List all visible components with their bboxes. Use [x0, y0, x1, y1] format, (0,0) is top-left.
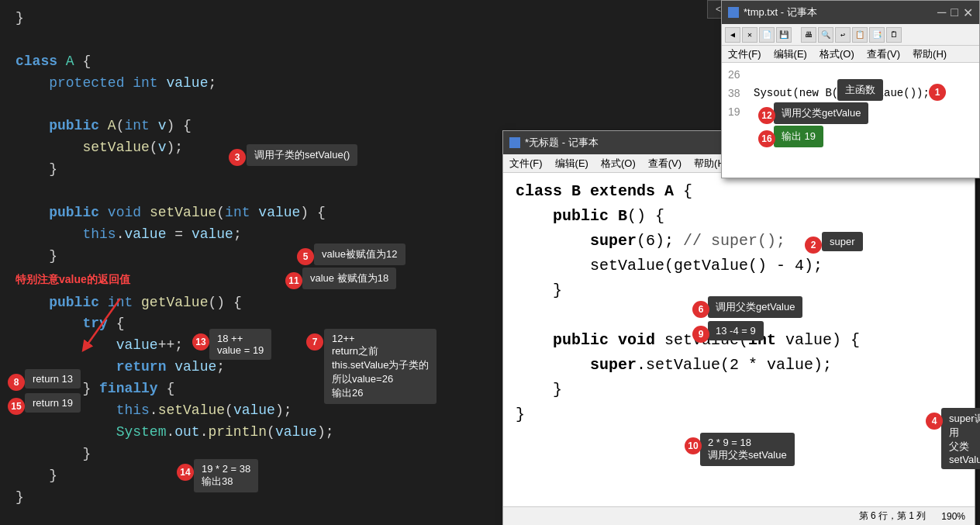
status-line: 第 6 行，第 1 列 [859, 509, 927, 523]
menu-edit-main[interactable]: 编辑(E) [555, 157, 588, 171]
menu-edit[interactable]: 编辑(E) [774, 47, 807, 61]
badge-10: 10 [685, 437, 702, 454]
close-btn[interactable]: ✕ [963, 5, 973, 20]
badge-8: 8 [8, 374, 25, 391]
code-b-line: class B extends A { [516, 179, 962, 204]
tool-btn[interactable]: 📋 [852, 27, 868, 43]
tool-btn[interactable]: ✕ [742, 27, 757, 43]
tooltip-4: super调用 父类 setValue [941, 408, 980, 469]
tooltip-12: 调用父类getValue [774, 102, 868, 124]
notepad-main-icon [509, 137, 520, 148]
tool-btn[interactable]: 🖶 [801, 27, 816, 43]
badge-11: 11 [285, 272, 302, 289]
tooltip-10: 2 * 9 = 18 调用父类setValue [700, 433, 795, 466]
badge-4: 4 [926, 413, 943, 430]
menu-format-main[interactable]: 格式(O) [601, 157, 636, 171]
code-b-line: } [516, 378, 962, 402]
tooltip-1: 主函数 [837, 79, 883, 101]
tool-btn[interactable]: 📑 [869, 27, 885, 43]
code-line [16, 95, 496, 116]
code-line: public void setValue(int value) { [16, 202, 496, 224]
code-b-line: public B() { [516, 204, 962, 229]
red-label-value: 特别注意value的返回值 [16, 273, 130, 285]
code-b-line: setValue(getValue() - 4); [516, 254, 962, 278]
menu-help[interactable]: 帮助(H) [913, 47, 947, 61]
menu-file-main[interactable]: 文件(F) [509, 157, 543, 171]
badge-15: 15 [8, 398, 25, 415]
tooltip-8: return 13 [25, 369, 81, 389]
code-line [16, 181, 496, 202]
menu-view[interactable]: 查看(V) [867, 47, 900, 61]
badge-5: 5 [297, 248, 314, 265]
notepad2-icon [728, 7, 739, 18]
code-line: } [16, 246, 496, 268]
code-line: class A { [16, 51, 496, 73]
main-editor: } class A { protected int value; public … [0, 0, 512, 525]
menu-file[interactable]: 文件(F) [728, 47, 761, 61]
tool-btn[interactable]: 🔍 [818, 27, 833, 43]
code-line: public A(int v) { [16, 116, 496, 137]
maximize-btn[interactable]: □ [951, 5, 958, 20]
tool-btn[interactable]: ◀ [725, 27, 740, 43]
tool-btn[interactable]: 📄 [759, 27, 775, 43]
code-b-line: super(6); // super(); [516, 229, 962, 254]
tooltip-15: return 19 [25, 393, 81, 413]
tooltip-13: 18 ++ value = 19 [209, 329, 271, 360]
np2-menubar: 文件(F) 编辑(E) 格式(O) 查看(V) 帮助(H) [722, 46, 979, 63]
badge-16: 16 [758, 130, 775, 147]
code-line: protected int value; [16, 73, 496, 95]
badge-14: 14 [177, 464, 194, 481]
tooltip-2: super [822, 232, 863, 251]
notepad2-title: *tmp.txt - 记事本 [744, 5, 817, 19]
code-b-line: } [516, 402, 962, 427]
tool-btn[interactable]: 💾 [776, 27, 792, 43]
tool-btn[interactable]: ↩ [835, 27, 851, 43]
tooltip-9: 13 -4 = 9 [708, 321, 764, 340]
tooltip-5: value被赋值为12 [314, 244, 405, 265]
badge-2: 2 [805, 237, 822, 254]
tool-btn[interactable]: 🗒 [886, 27, 902, 43]
code-line: } [16, 8, 496, 29]
badge-6: 6 [692, 301, 709, 318]
tooltip-11: value 被赋值为18 [302, 268, 396, 289]
notepad2-titlebar: *tmp.txt - 记事本 ─ □ ✕ [722, 1, 979, 24]
tooltip-7: 12++ return之前 this.setValue为子类的 所以value=… [324, 329, 437, 404]
badge-9: 9 [692, 326, 709, 343]
line-num: 26 [728, 66, 747, 85]
svg-line-0 [85, 299, 120, 347]
tooltip-14: 19 * 2 = 38 输出38 [194, 459, 258, 492]
code-b-line: super.setValue(2 * value); [516, 353, 962, 378]
badge-7: 7 [306, 333, 323, 351]
notepad-main-title: *无标题 - 记事本 [525, 136, 599, 150]
tooltip-16: 输出 19 [774, 126, 823, 147]
red-arrow [70, 295, 140, 357]
code-line [16, 29, 496, 51]
tooltip-6: 调用父类getValue [708, 296, 802, 318]
badge-13: 13 [192, 333, 209, 351]
code-line: System.out.println(value); [16, 422, 496, 444]
line-num: 38 [728, 85, 747, 103]
line-num: 19 [728, 103, 747, 122]
status-zoom: 190% [941, 511, 965, 522]
code-line: this.value = value; [16, 224, 496, 246]
badge-12: 12 [758, 107, 775, 124]
tooltip-3: 调用子类的setValue() [247, 144, 357, 166]
badge-3: 3 [229, 149, 246, 166]
badge-1: 1 [929, 84, 946, 101]
menu-view-main[interactable]: 查看(V) [648, 157, 682, 171]
np2-toolbar: ◀ ✕ 📄 💾 🖶 🔍 ↩ 📋 📑 🗒 [722, 24, 979, 46]
notepad-main-statusbar: 第 6 行，第 1 列 190% [503, 506, 975, 525]
minimize-btn[interactable]: ─ [937, 5, 946, 20]
menu-format[interactable]: 格式(O) [820, 47, 854, 61]
